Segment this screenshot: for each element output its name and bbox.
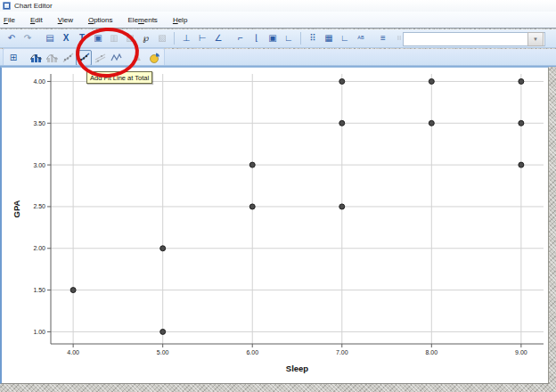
lasso-select-icon: ℘ xyxy=(143,34,150,43)
combo-dropdown-button[interactable]: ▼ xyxy=(527,32,544,46)
menu-options[interactable]: Options xyxy=(88,16,113,24)
data-point[interactable] xyxy=(339,120,345,126)
copy-chart-icon: ▥ xyxy=(110,34,118,43)
frame-corner-icon: ∟ xyxy=(284,34,293,43)
transpose-ab-icon[interactable]: AB xyxy=(353,30,369,46)
redo-icon[interactable]: ↷ xyxy=(20,30,36,46)
frame-bottom-icon[interactable]: ⌊ xyxy=(249,30,265,46)
data-point[interactable] xyxy=(339,78,345,84)
x-axis-scale-icon: ⊢ xyxy=(199,34,207,43)
explode-slice-icon[interactable] xyxy=(146,50,162,66)
title-bar: Chart Editor xyxy=(0,0,556,12)
elements-toolbar: ⊞▲ xyxy=(0,49,556,67)
data-label-mode-icon: ⊞ xyxy=(10,53,17,62)
y-axis-title: GPA xyxy=(12,200,21,217)
y-tick-label: 4.00 xyxy=(33,78,45,85)
chevron-down-icon: ▼ xyxy=(533,37,538,42)
insert-text-icon[interactable]: T xyxy=(74,30,90,46)
add-fit-line-subgroups-icon[interactable] xyxy=(92,50,108,66)
transpose-ab-icon: AB xyxy=(357,36,364,41)
x-axis-scale-icon[interactable]: ⊢ xyxy=(194,30,210,46)
inner-frame-icon: ▣ xyxy=(268,34,276,43)
tooltip: Add Fit Line at Total xyxy=(86,71,152,84)
undo-icon[interactable]: ↶ xyxy=(4,30,20,46)
x-tick-label: 5.00 xyxy=(157,349,169,355)
data-point[interactable] xyxy=(70,288,76,293)
frame-top-icon[interactable]: ⌐ xyxy=(233,30,249,46)
x-tick-label: 7.00 xyxy=(336,349,348,355)
delete-x-icon: X xyxy=(63,34,70,43)
y-tick-label: 1.00 xyxy=(33,329,45,335)
frame-bottom-icon: ⌊ xyxy=(255,34,258,43)
data-point[interactable] xyxy=(519,120,524,126)
y-axis-scale-icon[interactable]: ⊥ xyxy=(178,30,194,46)
hbar-chart-icon: ≡ xyxy=(380,34,386,43)
add-interpolation-line-icon[interactable] xyxy=(108,50,124,66)
properties-icon: ▤ xyxy=(45,34,53,43)
axes-corner-icon: ∟ xyxy=(340,34,349,43)
data-point[interactable] xyxy=(160,329,166,334)
add-reference-area-icon: ▲ xyxy=(134,53,143,62)
paste-icon: ▨ xyxy=(126,34,134,43)
add-histogram-icon[interactable] xyxy=(28,50,44,66)
hbar-chart-icon[interactable]: ≡ xyxy=(375,30,391,46)
copy-chart-icon[interactable]: ▥ xyxy=(106,30,122,46)
style-combo[interactable]: ▼ xyxy=(403,32,545,46)
inner-frame-icon[interactable]: ▣ xyxy=(265,30,281,46)
redo-icon: ↷ xyxy=(24,34,31,43)
grid-filled-icon[interactable]: ▦ xyxy=(321,30,337,46)
properties-icon[interactable]: ▤ xyxy=(42,30,58,46)
y-tick-label: 3.50 xyxy=(33,120,45,127)
scatter-chart: 4.005.006.007.008.009.001.001.502.002.50… xyxy=(2,68,548,383)
x-axis-title: Sleep xyxy=(286,363,309,373)
swap-axes-icon: ∠ xyxy=(215,34,223,43)
add-grouped-histogram-icon[interactable] xyxy=(44,50,60,66)
x-tick-label: 6.00 xyxy=(246,349,258,355)
data-point[interactable] xyxy=(429,120,434,126)
data-point[interactable] xyxy=(519,162,524,167)
data-point[interactable] xyxy=(249,162,255,167)
chart-pane[interactable]: 4.005.006.007.008.009.001.001.502.002.50… xyxy=(0,67,549,384)
grid-dots-icon[interactable]: ⠿ xyxy=(305,30,321,46)
grid-filled-icon: ▦ xyxy=(324,34,332,43)
y-axis-scale-icon: ⊥ xyxy=(183,34,191,43)
menu-edit[interactable]: Edit xyxy=(30,16,43,24)
add-fit-line-total-icon[interactable] xyxy=(76,50,92,66)
y-tick-label: 1.50 xyxy=(33,287,45,293)
y-tick-label: 3.00 xyxy=(33,162,45,168)
fit-line-alt-icon[interactable] xyxy=(60,50,76,66)
data-point[interactable] xyxy=(339,204,345,209)
toolbar-separator xyxy=(174,32,175,45)
x-tick-label: 8.00 xyxy=(426,349,438,355)
delete-x-icon[interactable]: X xyxy=(58,30,74,46)
annotation-icon[interactable]: ▣ xyxy=(90,30,106,46)
frame-corner-icon[interactable]: ∟ xyxy=(281,30,297,46)
menu-bar: FileEditViewOptionsElementsHelp xyxy=(0,12,556,29)
menu-file[interactable]: File xyxy=(4,16,15,24)
data-point[interactable] xyxy=(429,78,434,84)
y-tick-label: 2.00 xyxy=(33,245,45,251)
toolbar-separator xyxy=(300,32,301,45)
menu-help[interactable]: Help xyxy=(173,16,187,24)
image-tool-icon: ▧ xyxy=(158,34,166,43)
menu-elements[interactable]: Elements xyxy=(128,16,158,24)
swap-axes-icon[interactable]: ∠ xyxy=(210,30,226,46)
data-point[interactable] xyxy=(249,204,255,209)
data-point[interactable] xyxy=(160,246,166,251)
data-point[interactable] xyxy=(519,78,524,84)
menu-view[interactable]: View xyxy=(58,16,73,24)
lasso-select-icon[interactable]: ℘ xyxy=(138,30,154,46)
image-tool-icon[interactable]: ▧ xyxy=(154,30,170,46)
axes-corner-icon[interactable]: ∟ xyxy=(337,30,353,46)
y-tick-label: 2.50 xyxy=(33,203,45,209)
undo-icon: ↶ xyxy=(8,34,15,43)
add-reference-area-icon[interactable]: ▲ xyxy=(130,50,146,66)
data-label-mode-icon[interactable]: ⊞ xyxy=(5,50,21,66)
paste-icon[interactable]: ▨ xyxy=(122,30,138,46)
x-tick-label: 4.00 xyxy=(67,349,79,355)
grid-dots-icon: ⠿ xyxy=(309,34,315,43)
app-icon xyxy=(3,2,11,10)
window-title: Chart Editor xyxy=(14,2,53,10)
frame-top-icon: ⌐ xyxy=(238,34,243,43)
annotation-icon: ▣ xyxy=(94,34,102,43)
